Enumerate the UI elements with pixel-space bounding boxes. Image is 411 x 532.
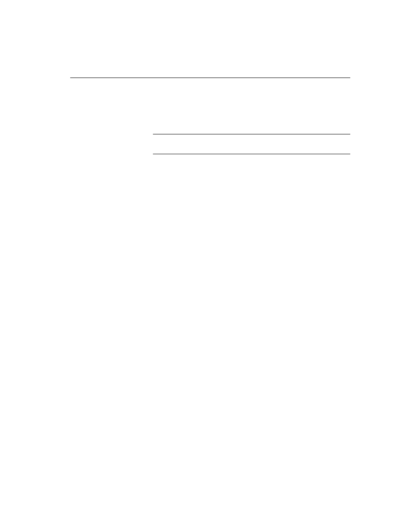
horizontal-rule-middle-2 bbox=[153, 154, 350, 154]
horizontal-rule-top bbox=[70, 78, 350, 78]
horizontal-rule-middle-1 bbox=[153, 134, 350, 134]
